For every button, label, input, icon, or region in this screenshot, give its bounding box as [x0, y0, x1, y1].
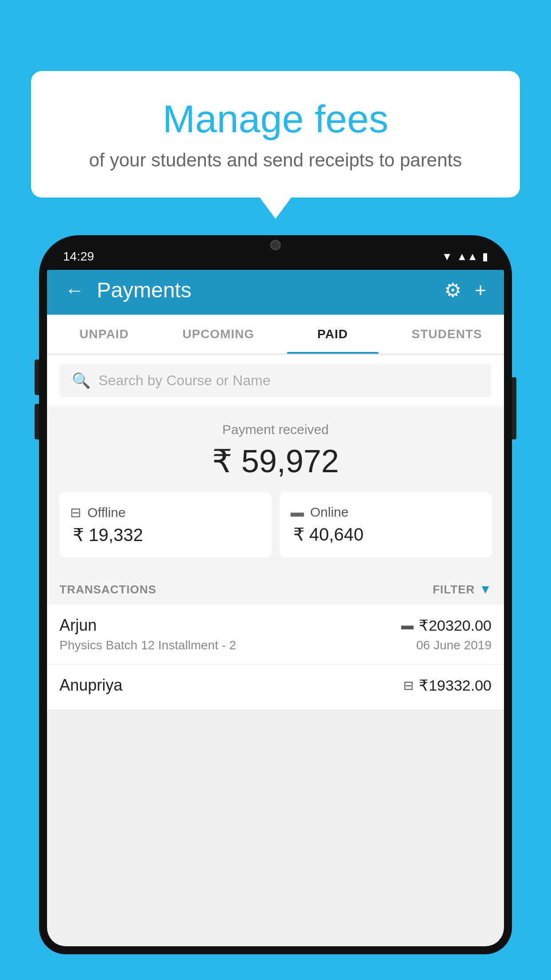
payment-received-label: Payment received	[59, 422, 492, 437]
offline-card-header: ⊟ Offline	[70, 505, 260, 520]
payment-total-amount: ₹ 59,972	[59, 443, 492, 480]
tab-paid[interactable]: PAID	[276, 315, 390, 354]
search-bar[interactable]: 🔍 Search by Course or Name	[59, 364, 492, 397]
phone-notch	[240, 235, 311, 255]
speech-bubble: Manage fees of your students and send re…	[31, 71, 520, 198]
filter-container[interactable]: FILTER ▼	[433, 582, 492, 597]
tabs-container: UNPAID UPCOMING PAID STUDENTS	[47, 315, 504, 355]
phone-volume-down-button	[35, 404, 39, 439]
transaction-type-icon: ▬	[401, 618, 413, 632]
phone-power-button	[512, 377, 516, 439]
transaction-amount: ₹20320.00	[419, 616, 492, 634]
offline-card: ⊟ Offline ₹ 19,332	[59, 492, 271, 557]
transaction-item[interactable]: Arjun ▬ ₹20320.00 Physics Batch 12 Insta…	[47, 605, 504, 664]
offline-label: Offline	[87, 505, 126, 520]
offline-amount: ₹ 19,332	[70, 525, 260, 545]
search-container: 🔍 Search by Course or Name	[47, 355, 504, 406]
page-title: Payments	[97, 278, 432, 302]
phone-frame: 14:29 ▼ ▲▲ ▮ ← Payments ⚙ +	[39, 235, 512, 954]
transaction-date: 06 June 2019	[416, 638, 492, 652]
online-card: ▬ Online ₹ 40,640	[280, 492, 492, 557]
transaction-row-top: Anupriya ⊟ ₹19332.00	[59, 676, 492, 695]
camera	[270, 240, 281, 250]
transaction-name: Anupriya	[59, 676, 122, 695]
tab-upcoming[interactable]: UPCOMING	[161, 315, 276, 354]
status-time: 14:29	[63, 249, 94, 264]
back-button[interactable]: ←	[65, 279, 84, 301]
transactions-label: TRANSACTIONS	[59, 583, 157, 597]
transaction-amount-container: ⊟ ₹19332.00	[403, 676, 492, 694]
speech-bubble-title: Manage fees	[67, 98, 484, 141]
speech-bubble-container: Manage fees of your students and send re…	[31, 71, 520, 198]
battery-icon: ▮	[482, 250, 488, 263]
payment-cards: ⊟ Offline ₹ 19,332 ▬ Online ₹ 40,640	[59, 492, 492, 557]
transactions-header: TRANSACTIONS FILTER ▼	[47, 570, 504, 605]
transaction-course: Physics Batch 12 Installment - 2	[59, 638, 236, 652]
online-amount: ₹ 40,640	[291, 524, 481, 545]
transaction-row-top: Arjun ▬ ₹20320.00	[59, 616, 492, 635]
transaction-amount: ₹19332.00	[419, 676, 492, 694]
wifi-icon: ▼	[442, 250, 453, 263]
add-icon[interactable]: +	[475, 279, 486, 301]
transaction-row-bottom: Physics Batch 12 Installment - 2 06 June…	[59, 638, 492, 652]
filter-label: FILTER	[433, 583, 475, 597]
tab-unpaid[interactable]: UNPAID	[47, 315, 161, 354]
phone-volume-up-button	[35, 360, 39, 395]
transaction-amount-container: ▬ ₹20320.00	[401, 616, 492, 634]
filter-icon[interactable]: ▼	[479, 582, 492, 597]
header-actions: ⚙ +	[444, 279, 486, 301]
search-icon: 🔍	[72, 371, 91, 389]
offline-icon: ⊟	[70, 505, 81, 520]
online-label: Online	[310, 505, 349, 520]
transaction-item[interactable]: Anupriya ⊟ ₹19332.00	[47, 664, 504, 710]
transaction-type-icon: ⊟	[403, 678, 413, 693]
transaction-name: Arjun	[59, 616, 97, 635]
search-input[interactable]: Search by Course or Name	[98, 372, 271, 389]
online-card-header: ▬ Online	[291, 505, 481, 520]
tab-students[interactable]: STUDENTS	[390, 315, 504, 354]
phone-container: 14:29 ▼ ▲▲ ▮ ← Payments ⚙ +	[39, 235, 512, 980]
online-icon: ▬	[291, 505, 304, 520]
status-icons: ▼ ▲▲ ▮	[442, 250, 488, 263]
payment-summary: Payment received ₹ 59,972 ⊟ Offline ₹ 19…	[47, 406, 504, 570]
phone-screen: ← Payments ⚙ + UNPAID UPCOMING PAID STUD…	[47, 243, 504, 946]
speech-bubble-subtitle: of your students and send receipts to pa…	[67, 150, 484, 171]
signal-icon: ▲▲	[457, 250, 478, 263]
settings-icon[interactable]: ⚙	[444, 279, 461, 301]
